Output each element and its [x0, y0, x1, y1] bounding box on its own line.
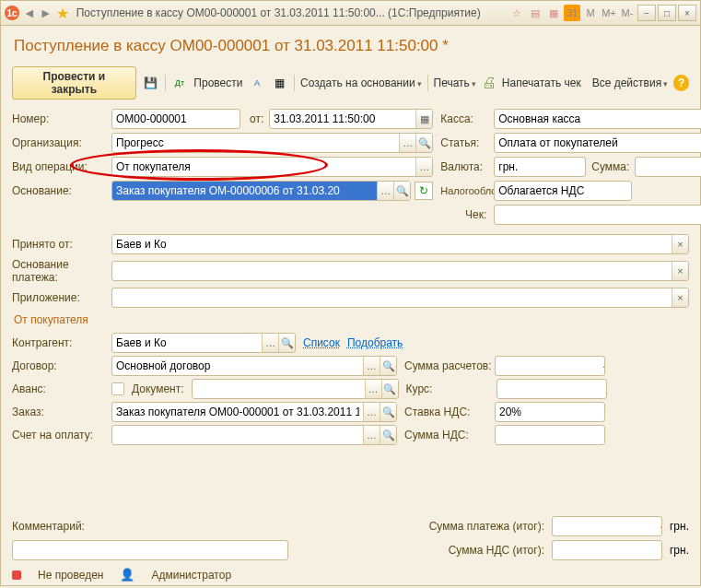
- dok-input[interactable]: [193, 380, 365, 398]
- stavka-label: Ставка НДС:: [404, 406, 489, 418]
- nomer-label: Номер:: [12, 112, 104, 125]
- spisok-link[interactable]: Список: [303, 336, 340, 349]
- kassa-label: Касса:: [440, 112, 486, 125]
- osn-sel-icon[interactable]: …: [377, 182, 393, 200]
- prin-input[interactable]: [112, 235, 672, 253]
- vid-input[interactable]: [112, 158, 415, 176]
- schet-open-icon[interactable]: 🔍: [380, 426, 396, 444]
- minimize-button[interactable]: −: [637, 5, 656, 21]
- save-icon[interactable]: 💾: [142, 74, 159, 92]
- prin-label: Принято от:: [12, 238, 104, 251]
- komm-input[interactable]: [13, 541, 287, 559]
- osn-label: Основание:: [12, 184, 104, 197]
- save-close-button[interactable]: Провести и закрыть: [12, 66, 136, 100]
- vid-label: Вид операции:: [12, 160, 104, 173]
- org-open-icon[interactable]: 🔍: [415, 134, 432, 152]
- pril-label: Приложение:: [12, 291, 104, 304]
- kontr-input[interactable]: [112, 334, 262, 352]
- nav-fwd-icon[interactable]: ►: [40, 6, 53, 20]
- nav-back-icon[interactable]: ◄: [23, 6, 36, 20]
- sumr-input[interactable]: [496, 357, 605, 375]
- help-icon[interactable]: ?: [673, 75, 689, 91]
- osnp-clear-icon[interactable]: ×: [672, 262, 688, 280]
- dok-open-icon[interactable]: 🔍: [381, 380, 398, 398]
- vid-sel-icon[interactable]: …: [415, 158, 432, 176]
- kurs-label: Курс:: [406, 382, 491, 395]
- zakaz-input[interactable]: [112, 403, 363, 421]
- page-title: Поступление в кассу ОМ00-000001 от 31.03…: [12, 31, 689, 63]
- osn-open-icon[interactable]: 🔍: [393, 182, 410, 200]
- nalog-input[interactable]: [495, 182, 632, 200]
- zakaz-sel-icon[interactable]: …: [363, 403, 380, 421]
- schet-sel-icon[interactable]: …: [363, 426, 380, 444]
- osnp-input[interactable]: [112, 262, 672, 280]
- close-button[interactable]: ×: [678, 5, 696, 21]
- cur1: грн.: [670, 520, 689, 533]
- dog-label: Договор:: [12, 359, 104, 372]
- sumr-label: Сумма расчетов:: [404, 359, 489, 372]
- val-label: Валюта:: [440, 160, 486, 173]
- zakaz-label: Заказ:: [12, 406, 104, 418]
- maximize-button[interactable]: □: [658, 5, 676, 21]
- favorite-icon[interactable]: ★: [56, 5, 69, 22]
- window-titlebar: 1c ◄ ► ★ Поступление в кассу ОМ00-000001…: [0, 0, 701, 26]
- sum-input[interactable]: [636, 158, 701, 176]
- avans-label: Аванс:: [12, 382, 104, 395]
- date-input[interactable]: [270, 110, 415, 128]
- dok-label: Документ:: [132, 382, 184, 395]
- user-text: Администратор: [151, 569, 231, 582]
- org-sel-icon[interactable]: …: [399, 134, 415, 152]
- print-check[interactable]: Напечатать чек: [502, 76, 581, 89]
- ak-icon[interactable]: A: [248, 74, 265, 92]
- kontr-label: Контрагент:: [12, 336, 104, 349]
- komm-label: Комментарий:: [12, 520, 104, 533]
- sumndsf-input: [553, 541, 662, 559]
- prin-clear-icon[interactable]: ×: [672, 235, 688, 253]
- podobr-link[interactable]: Подобрать: [347, 336, 403, 349]
- provesti-button[interactable]: Провести: [193, 76, 242, 89]
- dog-input[interactable]: [112, 357, 363, 375]
- sumnds-label: Сумма НДС:: [404, 429, 489, 441]
- stavka-input[interactable]: [496, 403, 605, 421]
- calc-icon[interactable]: ▦: [545, 5, 562, 21]
- sumndsf-label: Сумма НДС (итог):: [296, 544, 544, 557]
- osn-input[interactable]: [112, 182, 377, 200]
- pril-input[interactable]: [112, 288, 672, 307]
- mem-m[interactable]: M: [582, 5, 599, 21]
- kassa-input[interactable]: [495, 110, 701, 128]
- ot-label: от:: [250, 112, 263, 125]
- list-icon[interactable]: ▤: [527, 5, 543, 21]
- pril-clear-icon[interactable]: ×: [672, 288, 688, 307]
- osn-refresh-icon[interactable]: ↻: [415, 182, 433, 200]
- dok-sel-icon[interactable]: …: [365, 380, 381, 398]
- dkt-icon[interactable]: Дт: [171, 74, 189, 92]
- kontr-open-icon[interactable]: 🔍: [278, 334, 295, 352]
- mem-mminus[interactable]: M-: [619, 5, 636, 21]
- sum-label: Сумма:: [591, 160, 629, 173]
- chek-input[interactable]: [495, 206, 701, 224]
- print-dropdown[interactable]: Печать: [434, 76, 476, 89]
- kurs-input[interactable]: [497, 380, 607, 398]
- all-actions-dropdown[interactable]: Все действия: [592, 76, 668, 89]
- nomer-input[interactable]: [112, 110, 240, 128]
- dog-open-icon[interactable]: 🔍: [380, 357, 396, 375]
- calendar-icon[interactable]: 31: [564, 5, 580, 21]
- org-input[interactable]: [112, 134, 399, 152]
- stat-label: Статья:: [440, 136, 486, 149]
- stat-input[interactable]: [495, 134, 701, 152]
- val-input[interactable]: [495, 158, 586, 176]
- avans-checkbox[interactable]: [111, 382, 124, 395]
- date-picker-icon[interactable]: ▦: [415, 110, 432, 128]
- status-text: Не проведен: [38, 569, 103, 582]
- schet-input[interactable]: [112, 426, 363, 444]
- app-icon: 1c: [5, 6, 19, 20]
- fav2-icon[interactable]: ☆: [508, 5, 525, 21]
- sumnds-input[interactable]: [496, 426, 605, 444]
- dog-sel-icon[interactable]: …: [363, 357, 380, 375]
- kontr-sel-icon[interactable]: …: [262, 334, 278, 352]
- mem-mplus[interactable]: M+: [601, 5, 617, 21]
- doc-icon[interactable]: ▦: [271, 74, 288, 92]
- sumpl-label: Сумма платежа (итог):: [111, 520, 544, 533]
- create-on-dropdown[interactable]: Создать на основании: [300, 76, 422, 89]
- zakaz-open-icon[interactable]: 🔍: [380, 403, 396, 421]
